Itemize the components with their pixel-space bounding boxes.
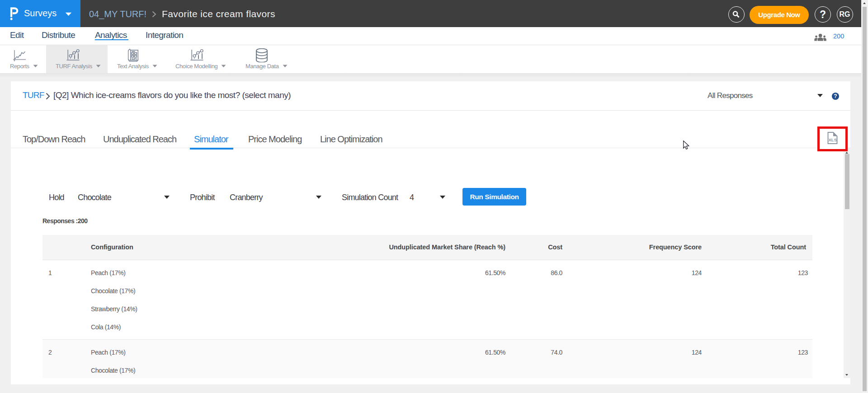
svg-text:XLS: XLS <box>829 137 837 142</box>
